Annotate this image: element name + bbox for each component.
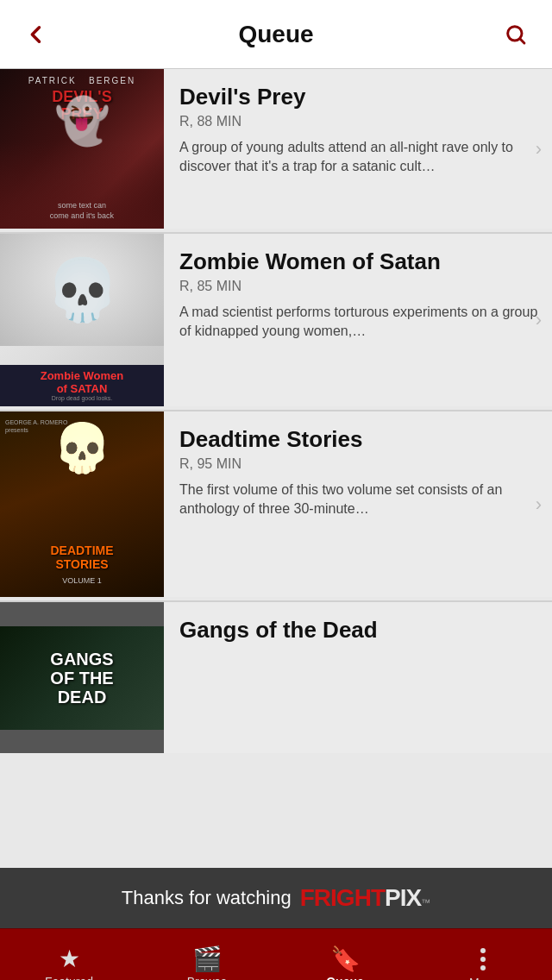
frightpix-letter-i: I: [330, 884, 336, 912]
back-button[interactable]: [17, 16, 55, 53]
zombie-tagline: Drop dead good looks.: [3, 395, 160, 401]
chevron-right-icon: ›: [536, 138, 542, 160]
list-item[interactable]: PATRICK BERGEN DEVIL'SPREY some text can…: [0, 69, 552, 229]
movie-info: Deadtime Stories R, 95 MIN The first vol…: [164, 411, 552, 597]
gangs-poster-title: GANGSOF THEDEAD: [50, 650, 113, 707]
deadtime-skull-art: 💀: [53, 420, 112, 476]
tab-queue[interactable]: 🔖 Queue: [276, 929, 414, 980]
frightpix-tm: ™: [421, 897, 430, 908]
frightpix-letter-p: P: [385, 884, 400, 912]
tab-browse[interactable]: 🎬 Browse: [138, 929, 276, 980]
list-item[interactable]: GANGSOF THEDEAD Gangs of the Dead: [0, 602, 552, 753]
frightpix-letter-f: F: [300, 884, 314, 912]
movie-title: Deadtime Stories: [179, 427, 540, 453]
search-button[interactable]: [497, 16, 535, 53]
zombie-poster-title: Zombie Womenof SATAN: [3, 370, 160, 395]
thanks-banner: Thanks for watching F R I G H T P IX ™: [0, 868, 552, 928]
movie-list: PATRICK BERGEN DEVIL'SPREY some text can…: [0, 69, 552, 868]
list-item[interactable]: 💀 Zombie Womenof SATAN Drop dead good lo…: [0, 234, 552, 406]
movie-title: Devil's Prey: [179, 85, 540, 110]
tab-featured[interactable]: ★ Featured: [0, 929, 138, 980]
frightpix-logo: F R I G H T P IX ™: [300, 884, 430, 912]
movie-info: Gangs of the Dead: [164, 602, 552, 753]
movie-rating: R, 95 MIN: [179, 456, 540, 472]
clapperboard-icon: 🎬: [192, 947, 223, 971]
movie-title: Zombie Women of Satan: [179, 249, 540, 275]
tab-browse-label: Browse: [187, 975, 228, 981]
page-title: Queue: [238, 21, 313, 48]
poster-tagline: some text cancome and it's back: [50, 200, 114, 222]
poster-figure: 👻: [54, 95, 110, 148]
list-item[interactable]: GEORGE A. ROMEROpresents 💀 DEADTIMESTORI…: [0, 411, 552, 597]
movie-title: Gangs of the Dead: [179, 618, 540, 644]
movie-info: Devil's Prey R, 88 MIN A group of young …: [164, 69, 552, 229]
frightpix-letter-t: T: [371, 884, 385, 912]
chevron-right-icon: ›: [536, 493, 542, 516]
movie-description: A mad scientist performs torturous exper…: [179, 303, 540, 342]
movie-description: The first volume of this two volume set …: [179, 481, 540, 519]
frightpix-letter-ix: IX: [400, 884, 421, 912]
tab-more-label: More: [469, 976, 497, 981]
thanks-text: Thanks for watching: [122, 887, 292, 909]
zombie-face-art: 💀: [0, 234, 164, 346]
frightpix-letter-h: H: [354, 884, 371, 912]
movie-poster: PATRICK BERGEN DEVIL'SPREY some text can…: [0, 69, 164, 229]
header: Queue: [0, 0, 552, 69]
movie-poster: 💀 Zombie Womenof SATAN Drop dead good lo…: [0, 234, 164, 406]
more-icon: [480, 946, 486, 972]
movie-rating: R, 88 MIN: [179, 114, 540, 129]
tab-queue-label: Queue: [326, 975, 364, 981]
tab-more[interactable]: More: [414, 929, 552, 980]
movie-poster: GANGSOF THEDEAD: [0, 602, 164, 753]
star-icon: ★: [59, 947, 80, 971]
tab-bar: ★ Featured 🎬 Browse 🔖 Queue More: [0, 928, 552, 980]
movie-poster: GEORGE A. ROMEROpresents 💀 DEADTIMESTORI…: [0, 411, 164, 597]
movie-info: Zombie Women of Satan R, 85 MIN A mad sc…: [164, 234, 552, 406]
bookmark-icon: 🔖: [330, 947, 361, 971]
tab-featured-label: Featured: [45, 975, 93, 981]
frightpix-letter-g: G: [336, 884, 354, 912]
poster-top-text: PATRICK BERGEN: [28, 76, 135, 85]
zombie-bottom: Zombie Womenof SATAN Drop dead good look…: [0, 365, 164, 406]
deadtime-volume: VOLUME 1: [62, 576, 102, 585]
movie-rating: R, 85 MIN: [179, 279, 540, 294]
deadtime-poster-title: DEADTIMESTORIES: [50, 544, 113, 571]
movie-description: A group of young adults attend an all-ni…: [179, 138, 540, 177]
frightpix-letter-r: R: [314, 884, 330, 912]
chevron-right-icon: ›: [536, 309, 542, 331]
